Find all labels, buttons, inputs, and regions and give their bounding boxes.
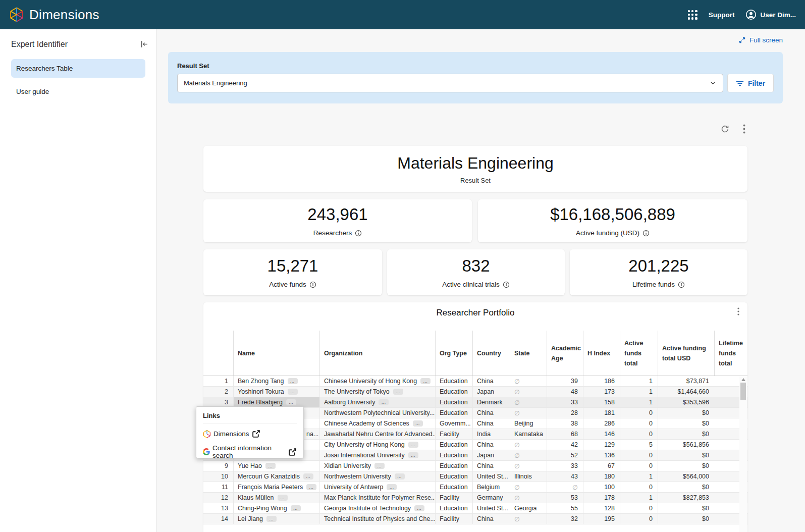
filter-label: Filter — [748, 79, 765, 87]
column-header[interactable]: Academic Age — [547, 331, 583, 376]
cell-organization[interactable]: Chinese Academy of Sciences… — [319, 418, 435, 429]
table-row[interactable]: 12Klaus Müllen…Max Planck Institute for … — [203, 493, 747, 503]
cell-active-funds-total: 1 — [620, 493, 658, 503]
stat-label: Active clinical trials — [442, 281, 499, 288]
table-row[interactable]: 13Ching-Ping Wong…Georgia Institute of T… — [203, 503, 747, 514]
more-options-pill[interactable]: … — [395, 473, 405, 480]
cell-name[interactable]: Mercouri G Kanatzidis… — [233, 471, 319, 482]
more-options-pill[interactable]: … — [278, 495, 288, 501]
apps-grid-icon[interactable] — [688, 10, 697, 20]
column-header[interactable]: State — [510, 331, 547, 376]
cell-organization[interactable]: Technical Institute of Physics and Che..… — [319, 514, 435, 524]
cell-organization[interactable]: Northwestern University… — [319, 471, 435, 482]
more-options-pill[interactable]: … — [266, 516, 277, 522]
cell-organization[interactable]: Georgia Institute of Technology… — [319, 503, 435, 513]
cell-organization[interactable]: Aalborg University… — [319, 397, 435, 407]
more-options-pill[interactable]: … — [408, 452, 418, 458]
cell-country: China — [472, 376, 510, 386]
scroll-up-icon[interactable] — [741, 378, 745, 381]
link-contact-search[interactable]: Contact information search — [203, 444, 297, 459]
fullscreen-label: Full screen — [749, 36, 783, 44]
cell-organization[interactable]: Xidian University… — [319, 461, 435, 471]
cell-organization[interactable]: Jawaharlal Nehru Centre for Advanced... — [319, 429, 435, 439]
cell-row-number: 10 — [203, 471, 233, 482]
more-options-pill[interactable]: … — [374, 463, 385, 469]
filter-button[interactable]: Filter — [727, 74, 774, 92]
column-header[interactable]: Organization — [319, 331, 435, 376]
more-options-pill[interactable]: … — [408, 442, 418, 448]
cell-organization[interactable]: City University of Hong Kong… — [319, 440, 435, 450]
cell-country: China — [472, 408, 510, 418]
cell-org-type: Governm... — [435, 418, 472, 429]
table-row[interactable]: 11François Maria Peeters…University of A… — [203, 482, 747, 493]
cell-org-type: Education — [435, 482, 472, 492]
column-header[interactable]: Active funding total USD — [658, 331, 714, 376]
cell-name[interactable]: Frede Blaabjerg… — [233, 397, 319, 407]
cell-name[interactable]: Yoshinori Tokura… — [233, 387, 319, 397]
column-header[interactable]: H Index — [583, 331, 620, 376]
cell-organization[interactable]: Chinese University of Hong Kong… — [319, 376, 435, 386]
more-options-pill[interactable]: … — [379, 399, 389, 405]
cell-organization[interactable]: University of Antwerp… — [319, 482, 435, 492]
cell-organization[interactable]: The University of Tokyo… — [319, 387, 435, 397]
user-menu[interactable]: User Dim... — [745, 9, 796, 20]
info-icon[interactable] — [678, 281, 685, 288]
more-options-pill[interactable]: … — [303, 473, 313, 480]
stat-card-clinical-trials: 832 Active clinical trials — [387, 249, 565, 295]
sidebar: Expert Identifier Researchers Table User… — [0, 29, 156, 532]
kebab-menu-icon[interactable] — [743, 124, 745, 134]
top-navbar: Dimensions Support User Dim... — [0, 0, 805, 29]
cell-academic-age: 48 — [547, 387, 583, 397]
more-options-pill[interactable]: … — [265, 463, 276, 469]
cell-name[interactable]: François Maria Peeters… — [233, 482, 319, 492]
cell-organization[interactable]: Northwestern Polytechnical University... — [319, 408, 435, 418]
more-options-pill[interactable]: … — [286, 399, 296, 405]
cell-h-index: 195 — [583, 514, 620, 524]
more-options-pill[interactable]: … — [414, 505, 424, 511]
cell-active-funding-total-usd: $0 — [658, 408, 714, 418]
scrollbar-thumb[interactable] — [740, 383, 746, 400]
table-row[interactable]: 2Yoshinori Tokura…The University of Toky… — [203, 387, 747, 397]
more-options-pill[interactable]: … — [420, 378, 431, 384]
table-scrollbar[interactable] — [739, 376, 747, 532]
cell-name[interactable]: Ben Zhong Tang… — [233, 376, 319, 386]
info-icon[interactable] — [642, 230, 650, 237]
cell-name[interactable]: Yue Hao… — [233, 461, 319, 471]
stat-label: Researchers — [313, 229, 352, 237]
more-options-pill[interactable]: … — [288, 378, 298, 384]
cell-organization[interactable]: Josai International University… — [319, 450, 435, 460]
table-row[interactable]: 14Lei Jiang…Technical Institute of Physi… — [203, 514, 747, 524]
table-row[interactable]: 1Ben Zhong Tang…Chinese University of Ho… — [203, 376, 747, 387]
more-options-pill[interactable]: … — [387, 484, 397, 490]
sidebar-item-user-guide[interactable]: User guide — [11, 82, 145, 101]
cell-name[interactable]: Ching-Ping Wong… — [233, 503, 319, 513]
cell-name[interactable]: Klaus Müllen… — [233, 493, 319, 503]
support-link[interactable]: Support — [709, 11, 735, 19]
column-header[interactable]: Org Type — [435, 331, 472, 376]
column-header[interactable]: Lifetime funds total — [714, 331, 747, 376]
column-header[interactable]: Country — [472, 331, 510, 376]
sidebar-item-researchers-table[interactable]: Researchers Table — [11, 59, 145, 78]
info-icon[interactable] — [503, 281, 510, 288]
cell-name[interactable]: Lei Jiang… — [233, 514, 319, 524]
kebab-menu-icon[interactable] — [737, 307, 739, 315]
table-row[interactable]: 9Yue Hao…Xidian University…EducationChin… — [203, 461, 747, 471]
cell-active-funds-total: 1 — [620, 387, 658, 397]
table-row[interactable]: 10Mercouri G Kanatzidis…Northwestern Uni… — [203, 471, 747, 482]
result-set-dropdown[interactable]: Materials Engineering — [177, 74, 723, 92]
collapse-panel-icon[interactable] — [139, 39, 149, 49]
more-options-pill[interactable]: … — [306, 484, 316, 490]
more-options-pill[interactable]: … — [291, 505, 301, 511]
refresh-icon[interactable] — [720, 124, 730, 134]
column-header[interactable]: Active funds total — [620, 331, 658, 376]
more-options-pill[interactable]: … — [288, 389, 298, 395]
cell-organization[interactable]: Max Planck Institute for Polymer Rese... — [319, 493, 435, 503]
fullscreen-button[interactable]: Full screen — [738, 36, 783, 44]
info-icon[interactable] — [355, 230, 362, 237]
more-options-pill[interactable]: … — [393, 389, 403, 395]
cell-active-funding-total-usd: $0 — [658, 514, 714, 524]
info-icon[interactable] — [309, 281, 316, 288]
more-options-pill[interactable]: … — [413, 420, 423, 427]
link-dimensions[interactable]: Dimensions — [203, 430, 297, 438]
column-header[interactable]: Name — [233, 331, 319, 376]
